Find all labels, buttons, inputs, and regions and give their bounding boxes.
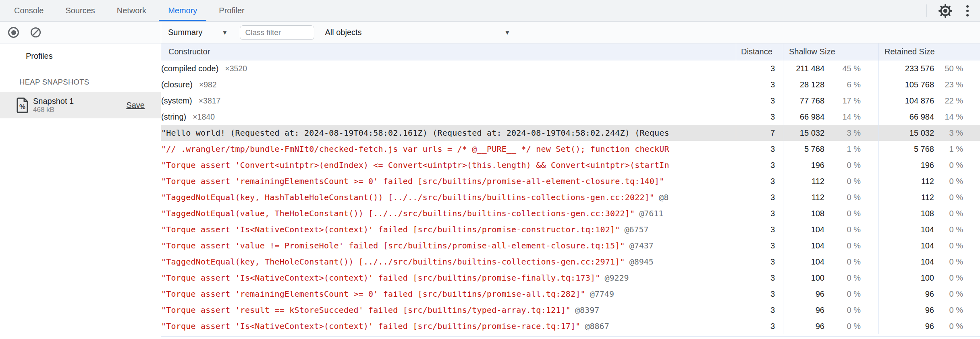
shallow-size-value: 100 bbox=[783, 273, 824, 283]
shallow-size-cell: 108 0 % bbox=[783, 205, 878, 221]
shallow-size-cell: 196 0 % bbox=[783, 157, 878, 173]
constructor-cell[interactable]: "Torque assert 'Is<NativeContext>(contex… bbox=[161, 318, 736, 334]
grid-row[interactable]: "Torque assert 'Is<NativeContext>(contex… bbox=[161, 270, 980, 286]
more-options-kebab-icon[interactable] bbox=[964, 4, 971, 18]
constructor-cell[interactable]: (system) ×3817 bbox=[161, 93, 736, 109]
tab-sources[interactable]: Sources bbox=[54, 0, 106, 21]
grid-row[interactable]: "TaggedNotEqual(key, TheHoleConstant()) … bbox=[161, 254, 980, 270]
retained-size-cell: 100 0 % bbox=[878, 270, 980, 286]
constructor-cell[interactable]: (compiled code) ×3520 bbox=[161, 60, 736, 76]
save-snapshot-link[interactable]: Save bbox=[126, 101, 145, 110]
column-header-shallow-size[interactable]: Shallow Size bbox=[783, 43, 878, 60]
constructor-cell[interactable]: "TaggedNotEqual(key, HashTableHoleConsta… bbox=[161, 189, 736, 205]
shallow-size-value: 15 032 bbox=[783, 128, 824, 138]
shallow-size-percent: 0 % bbox=[824, 289, 861, 299]
sidebar-item-snapshot-1[interactable]: % Snapshot 1 468 kB Save bbox=[0, 92, 161, 118]
retained-size-percent: 50 % bbox=[934, 64, 963, 73]
grid-row[interactable]: "TaggedNotEqual(key, HashTableHoleConsta… bbox=[161, 189, 980, 205]
shallow-size-cell: 15 032 3 % bbox=[783, 125, 878, 141]
constructor-cell[interactable]: "Torque assert 'result == kStoreSucceded… bbox=[161, 302, 736, 318]
grid-row[interactable]: "// .wrangler/tmp/bundle-FmNIt0/checked-… bbox=[161, 141, 980, 157]
tab-network[interactable]: Network bbox=[106, 0, 157, 21]
grid-row[interactable]: "Torque assert 'result == kStoreSucceded… bbox=[161, 302, 980, 318]
grid-row[interactable]: "Torque assert 'Is<NativeContext>(contex… bbox=[161, 318, 980, 334]
grid-row[interactable]: "Torque assert 'Is<NativeContext>(contex… bbox=[161, 221, 980, 238]
object-id: @8945 bbox=[629, 257, 654, 267]
perspective-select[interactable]: Summary ▼ bbox=[168, 28, 228, 37]
retained-size-value: 112 bbox=[879, 177, 934, 186]
tab-memory[interactable]: Memory bbox=[157, 0, 208, 21]
grid-row[interactable]: "Hello world! (Requested at: 2024-08-19T… bbox=[161, 125, 980, 141]
shallow-size-value: 96 bbox=[783, 322, 824, 331]
shallow-size-percent: 0 % bbox=[824, 306, 861, 315]
retained-size-value: 104 876 bbox=[879, 96, 934, 105]
shallow-size-percent: 0 % bbox=[824, 177, 861, 186]
tab-console[interactable]: Console bbox=[3, 0, 54, 21]
column-header-constructor[interactable]: Constructor bbox=[161, 43, 736, 60]
grid-row[interactable]: "Torque assert 'value != PromiseHole' fa… bbox=[161, 238, 980, 254]
objects-scope-value: All objects bbox=[325, 28, 361, 37]
instance-count: ×3520 bbox=[225, 64, 247, 73]
constructor-cell[interactable]: "Torque assert 'value != PromiseHole' fa… bbox=[161, 238, 736, 254]
retained-size-percent: 0 % bbox=[934, 322, 963, 331]
distance-cell: 3 bbox=[736, 109, 783, 125]
distance-cell: 3 bbox=[736, 238, 783, 254]
tab-profiler[interactable]: Profiler bbox=[208, 0, 255, 21]
record-heap-snapshot-icon[interactable] bbox=[8, 27, 19, 38]
constructor-cell[interactable]: "TaggedNotEqual(key, TheHoleConstant()) … bbox=[161, 254, 736, 270]
constructor-cell[interactable]: "Torque assert 'Convert<uintptr>(endInde… bbox=[161, 157, 736, 173]
grid-row[interactable]: (closure) ×982 3 28 128 6 % 105 768 23 % bbox=[161, 76, 980, 93]
retained-size-value: 104 bbox=[879, 241, 934, 250]
retained-size-percent: 22 % bbox=[934, 96, 963, 105]
constructor-cell[interactable]: "Torque assert 'remainingElementsCount >… bbox=[161, 173, 736, 189]
distance-cell: 3 bbox=[736, 205, 783, 221]
constructor-cell[interactable]: "Torque assert 'Is<NativeContext>(contex… bbox=[161, 270, 736, 286]
shallow-size-percent: 0 % bbox=[824, 241, 861, 250]
grid-row[interactable]: "Torque assert 'remainingElementsCount >… bbox=[161, 173, 980, 189]
constructor-cell[interactable]: (string) ×1840 bbox=[161, 109, 736, 125]
constructor-cell[interactable]: "TaggedNotEqual(value, TheHoleConstant()… bbox=[161, 205, 736, 221]
object-id: @6757 bbox=[624, 225, 648, 234]
distance-cell: 3 bbox=[736, 189, 783, 205]
profiles-sidebar: Profiles HEAP SNAPSHOTS % Snapshot 1 468… bbox=[0, 43, 161, 339]
shallow-size-percent: 0 % bbox=[824, 322, 861, 331]
constructor-cell[interactable]: "Hello world! (Requested at: 2024-08-19T… bbox=[161, 125, 736, 141]
retained-size-value: 96 bbox=[879, 289, 934, 299]
constructor-cell[interactable]: (closure) ×982 bbox=[161, 76, 736, 93]
constructor-label: "Hello world! (Requested at: 2024-08-19T… bbox=[161, 128, 669, 138]
shallow-size-percent: 0 % bbox=[824, 193, 861, 202]
constructor-cell[interactable]: "Torque assert 'remainingElementsCount >… bbox=[161, 286, 736, 302]
grid-row[interactable]: "Torque assert 'remainingElementsCount >… bbox=[161, 286, 980, 302]
grid-body: (compiled code) ×3520 3 211 484 45 % 233… bbox=[161, 60, 980, 339]
retained-size-value: 104 bbox=[879, 225, 934, 234]
shallow-size-cell: 5 768 1 % bbox=[783, 141, 878, 157]
retained-size-cell: 96 0 % bbox=[878, 302, 980, 318]
constructor-cell[interactable]: "Torque assert 'Is<NativeContext>(contex… bbox=[161, 221, 736, 238]
objects-scope-select[interactable]: All objects ▼ bbox=[325, 28, 510, 37]
instance-count: ×982 bbox=[199, 80, 217, 89]
retained-size-cell: 5 768 1 % bbox=[878, 141, 980, 157]
shallow-size-value: 5 768 bbox=[783, 145, 824, 154]
column-header-retained-size[interactable]: Retained Size bbox=[878, 43, 980, 60]
constructor-label: (string) bbox=[161, 112, 186, 122]
object-id: @8867 bbox=[585, 321, 609, 331]
constructor-cell[interactable]: "// .wrangler/tmp/bundle-FmNIt0/checked-… bbox=[161, 141, 736, 157]
class-filter-input[interactable] bbox=[240, 25, 314, 40]
retained-size-percent: 1 % bbox=[934, 145, 963, 154]
retained-size-value: 108 bbox=[879, 209, 934, 218]
grid-row[interactable]: (string) ×1840 3 66 984 14 % 66 984 14 % bbox=[161, 109, 980, 125]
grid-row[interactable]: "Torque assert 'Convert<uintptr>(endInde… bbox=[161, 157, 980, 173]
shallow-size-percent: 0 % bbox=[824, 209, 861, 218]
column-header-distance[interactable]: Distance bbox=[736, 43, 783, 60]
shallow-size-cell: 96 0 % bbox=[783, 286, 878, 302]
shallow-size-value: 108 bbox=[783, 209, 824, 218]
shallow-size-value: 104 bbox=[783, 257, 824, 267]
clear-profiles-icon[interactable] bbox=[30, 27, 41, 38]
shallow-size-cell: 112 0 % bbox=[783, 173, 878, 189]
retained-size-value: 15 032 bbox=[879, 128, 934, 138]
grid-row[interactable]: (compiled code) ×3520 3 211 484 45 % 233… bbox=[161, 60, 980, 76]
grid-row[interactable]: (system) ×3817 3 77 768 17 % 104 876 22 … bbox=[161, 93, 980, 109]
distance-cell: 3 bbox=[736, 302, 783, 318]
grid-row[interactable]: "TaggedNotEqual(value, TheHoleConstant()… bbox=[161, 205, 980, 221]
settings-gear-icon[interactable] bbox=[938, 4, 953, 18]
